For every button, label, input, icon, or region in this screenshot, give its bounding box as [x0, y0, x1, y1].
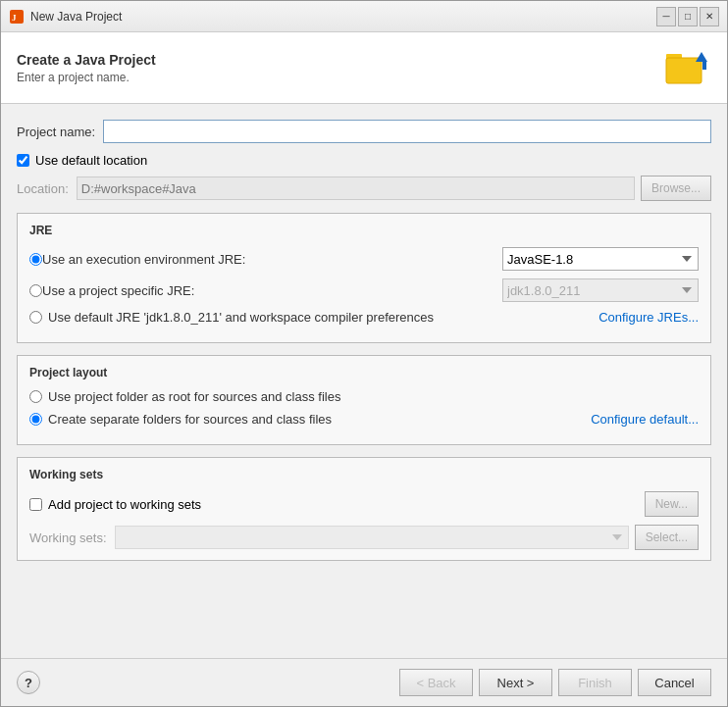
- add-working-sets-row: Add project to working sets New...: [29, 491, 699, 517]
- add-working-sets-label: Add project to working sets: [48, 497, 639, 512]
- project-name-input[interactable]: [103, 120, 711, 143]
- minimize-button[interactable]: ─: [656, 7, 676, 26]
- header-section: Create a Java Project Enter a project na…: [1, 32, 727, 104]
- jre-default-row-content: Use default JRE 'jdk1.8.0_211' and works…: [48, 310, 699, 325]
- dialog-icon: J: [9, 9, 25, 25]
- location-row: Location: Browse...: [17, 176, 711, 201]
- use-default-location-checkbox[interactable]: [17, 154, 29, 167]
- jre-default-label: Use default JRE 'jdk1.8.0_211' and works…: [48, 310, 598, 325]
- jre-execution-env-label: Use an execution environment JRE:: [42, 252, 494, 267]
- working-sets-section: Working sets Add project to working sets…: [17, 457, 711, 561]
- content-area: Project name: Use default location Locat…: [1, 104, 727, 658]
- jre-default-radio[interactable]: [29, 311, 42, 324]
- working-sets-label: Working sets:: [29, 530, 107, 545]
- new-java-project-dialog: J New Java Project ─ □ ✕ Create a Java P…: [0, 0, 728, 707]
- project-layout-title: Project layout: [29, 366, 699, 379]
- working-sets-dropdown[interactable]: [115, 526, 629, 549]
- footer-buttons: < Back Next > Finish Cancel: [399, 669, 711, 696]
- jre-section-title: JRE: [29, 224, 699, 237]
- header-icon: [664, 44, 711, 91]
- finish-button[interactable]: Finish: [558, 669, 632, 696]
- location-label: Location:: [17, 181, 69, 196]
- next-button[interactable]: Next >: [479, 669, 552, 696]
- jre-option-1-row: Use an execution environment JRE: JavaSE…: [29, 247, 699, 271]
- svg-text:J: J: [12, 13, 17, 23]
- svg-marker-5: [696, 52, 707, 62]
- back-button[interactable]: < Back: [399, 669, 473, 696]
- jre-specific-radio[interactable]: [29, 284, 42, 297]
- browse-button[interactable]: Browse...: [641, 176, 711, 201]
- use-default-location-row: Use default location: [17, 153, 711, 168]
- jre-execution-env-radio[interactable]: [29, 253, 42, 266]
- working-sets-select-row: Working sets: Select...: [29, 525, 699, 550]
- title-bar-text: New Java Project: [30, 10, 122, 24]
- footer: ? < Back Next > Finish Cancel: [1, 658, 727, 706]
- working-sets-title: Working sets: [29, 468, 699, 481]
- layout-root-radio[interactable]: [29, 390, 42, 403]
- title-bar: J New Java Project ─ □ ✕: [1, 1, 727, 32]
- project-layout-section: Project layout Use project folder as roo…: [17, 355, 711, 445]
- jre-option-2-row: Use a project specific JRE: jdk1.8.0_211: [29, 278, 699, 302]
- configure-default-link[interactable]: Configure default...: [591, 412, 699, 427]
- close-button[interactable]: ✕: [700, 7, 719, 26]
- use-default-location-label: Use default location: [35, 153, 147, 168]
- title-bar-controls: ─ □ ✕: [656, 7, 719, 26]
- add-working-sets-checkbox[interactable]: [29, 498, 42, 511]
- svg-rect-6: [702, 62, 706, 70]
- title-bar-left: J New Java Project: [9, 9, 122, 25]
- cancel-button[interactable]: Cancel: [638, 669, 711, 696]
- layout-option-1-row: Use project folder as root for sources a…: [29, 389, 699, 404]
- layout-option-2-content: Create separate folders for sources and …: [48, 412, 699, 427]
- layout-separate-label: Create separate folders for sources and …: [48, 412, 591, 427]
- layout-option-2-row: Create separate folders for sources and …: [29, 412, 699, 427]
- help-button[interactable]: ?: [17, 671, 40, 694]
- configure-jres-link[interactable]: Configure JREs...: [598, 310, 699, 325]
- svg-rect-3: [666, 54, 682, 60]
- new-button[interactable]: New...: [645, 491, 699, 517]
- layout-root-label: Use project folder as root for sources a…: [48, 389, 699, 404]
- header-title: Create a Java Project: [17, 52, 156, 68]
- layout-separate-radio[interactable]: [29, 413, 42, 426]
- header-subtitle: Enter a project name.: [17, 71, 156, 84]
- jre-section: JRE Use an execution environment JRE: Ja…: [17, 213, 711, 343]
- location-input[interactable]: [77, 177, 635, 200]
- header-text: Create a Java Project Enter a project na…: [17, 52, 156, 84]
- jre-execution-env-dropdown[interactable]: JavaSE-1.8 JavaSE-11 JavaSE-14: [502, 247, 699, 271]
- jre-specific-dropdown[interactable]: jdk1.8.0_211: [502, 278, 699, 302]
- jre-option-3-row: Use default JRE 'jdk1.8.0_211' and works…: [29, 310, 699, 325]
- select-button[interactable]: Select...: [635, 525, 699, 550]
- jre-specific-label: Use a project specific JRE:: [42, 283, 494, 298]
- project-name-label: Project name:: [17, 125, 95, 139]
- maximize-button[interactable]: □: [678, 7, 698, 26]
- project-name-row: Project name:: [17, 120, 711, 143]
